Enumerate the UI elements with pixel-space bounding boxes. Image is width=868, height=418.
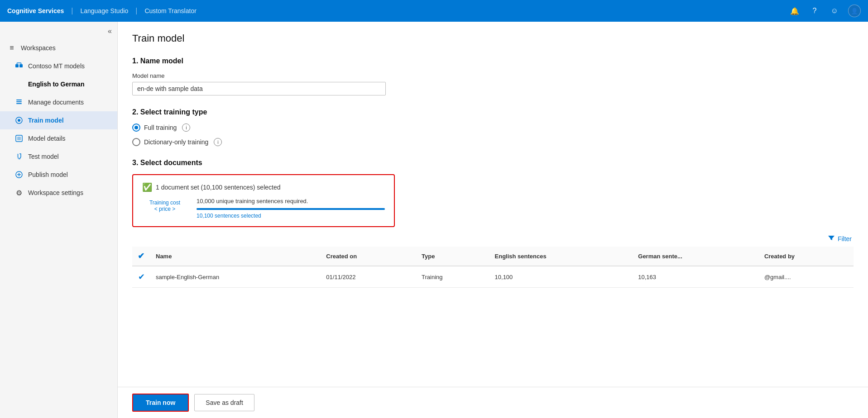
selection-summary-box: ✅ 1 document set (10,100 sentences) sele… xyxy=(132,174,395,227)
sidebar-item-label: Model details xyxy=(28,135,66,142)
topbar-sep2: | xyxy=(135,7,137,15)
dictionary-only-info-icon[interactable]: i xyxy=(214,138,222,146)
topbar-language-studio[interactable]: Language Studio xyxy=(80,7,128,14)
train-model-icon xyxy=(14,116,24,125)
sidebar-item-label: Workspaces xyxy=(21,44,56,52)
sidebar-item-model-details[interactable]: Model details xyxy=(0,129,117,147)
radio-dictionary-only[interactable]: Dictionary-only training i xyxy=(132,138,854,146)
cost-label: Training cost < price > xyxy=(142,198,187,212)
col-created-by: Created by xyxy=(759,247,854,266)
sidebar-item-contoso-mt-models[interactable]: Contoso MT models xyxy=(0,57,117,75)
col-german-sentences: German sente... xyxy=(633,247,759,266)
sidebar-item-manage-documents[interactable]: Manage documents xyxy=(0,93,117,111)
svg-rect-5 xyxy=(16,100,22,100)
sidebar: « ≡ Workspaces Contoso MT models English… xyxy=(0,22,118,418)
sidebar-item-publish-model[interactable]: Publish model xyxy=(0,166,117,184)
documents-table: ✔ Name Created on Type English sentences… xyxy=(132,247,854,288)
footer-bar: Train now Save as draft xyxy=(118,387,868,418)
user-avatar[interactable]: 👤 xyxy=(848,5,861,17)
row-english-sentences: 10,100 xyxy=(489,266,633,288)
svg-rect-11 xyxy=(17,137,21,140)
selection-summary-text: 1 document set (10,100 sentences) select… xyxy=(156,184,281,191)
filter-row: Filter xyxy=(132,234,854,243)
training-cost-sub: < price > xyxy=(142,206,187,212)
sidebar-item-train-model[interactable]: Train model xyxy=(0,111,117,129)
section2-heading: 2. Select training type xyxy=(132,108,854,116)
svg-point-9 xyxy=(18,119,20,122)
row-german-sentences: 10,163 xyxy=(633,266,759,288)
publish-model-icon xyxy=(14,170,24,179)
english-german-icon xyxy=(14,80,24,89)
header-check-icon: ✔ xyxy=(138,252,144,261)
sidebar-item-label: English to German xyxy=(28,81,84,88)
radio-full-training-circle xyxy=(132,124,140,132)
topbar-sep1: | xyxy=(71,7,73,15)
model-details-icon xyxy=(14,134,24,143)
radio-full-training[interactable]: Full training i xyxy=(132,124,854,132)
row-check-icon: ✔ xyxy=(138,272,145,281)
table-header-row: ✔ Name Created on Type English sentences… xyxy=(132,247,854,266)
col-type: Type xyxy=(416,247,489,266)
model-name-input[interactable] xyxy=(132,82,386,95)
help-icon[interactable]: ? xyxy=(808,5,821,17)
progress-track xyxy=(197,208,385,210)
sidebar-item-workspace-settings[interactable]: ⚙ Workspace settings xyxy=(0,184,117,202)
contoso-models-icon xyxy=(14,62,24,71)
full-training-info-icon[interactable]: i xyxy=(182,124,190,132)
row-created-on: 01/11/2022 xyxy=(321,266,416,288)
svg-rect-6 xyxy=(16,101,22,102)
sidebar-item-label: Manage documents xyxy=(28,99,84,106)
radio-dictionary-only-circle xyxy=(132,138,140,146)
col-name: Name xyxy=(150,247,321,266)
sidebar-item-label: Test model xyxy=(28,153,59,160)
sidebar-collapse-area: « xyxy=(0,25,117,39)
sidebar-item-label: Train model xyxy=(28,117,64,124)
workspace-settings-icon: ⚙ xyxy=(14,188,24,197)
table-row: ✔ sample-English-German 01/11/2022 Train… xyxy=(132,266,854,288)
test-model-icon xyxy=(14,152,24,161)
svg-rect-0 xyxy=(15,64,19,67)
cost-row: Training cost < price > 10,000 unique tr… xyxy=(142,198,385,219)
main-content: Train model 1. Name model Model name 2. … xyxy=(118,22,868,418)
selection-header: ✅ 1 document set (10,100 sentences) sele… xyxy=(142,182,385,192)
radio-dictionary-only-label: Dictionary-only training xyxy=(144,138,208,146)
section-select-documents: 3. Select documents ✅ 1 document set (10… xyxy=(132,159,854,288)
svg-rect-1 xyxy=(19,64,23,67)
layout: « ≡ Workspaces Contoso MT models English… xyxy=(0,22,868,418)
filter-button[interactable]: Filter xyxy=(828,234,852,243)
row-type: Training xyxy=(416,266,489,288)
documents-table-wrapper: ✔ Name Created on Type English sentences… xyxy=(132,247,854,288)
save-as-draft-button[interactable]: Save as draft xyxy=(194,394,254,411)
sidebar-item-english-to-german[interactable]: English to German xyxy=(0,75,117,93)
sidebar-item-test-model[interactable]: Test model xyxy=(0,147,117,166)
sidebar-item-label: Contoso MT models xyxy=(28,62,85,70)
col-created-on: Created on xyxy=(321,247,416,266)
col-english-sentences: English sentences xyxy=(489,247,633,266)
topbar-right: 🔔 ? ☺ 👤 xyxy=(788,5,861,17)
notification-icon[interactable]: 🔔 xyxy=(788,5,801,17)
page-title: Train model xyxy=(132,33,854,44)
progress-fill xyxy=(197,208,385,210)
sidebar-collapse-button[interactable]: « xyxy=(108,27,112,35)
sentences-selected-label: 10,100 sentences selected xyxy=(197,213,385,219)
cost-requirement: 10,000 unique training sentences require… xyxy=(197,198,385,204)
topbar: Cognitive Services | Language Studio | C… xyxy=(0,0,868,22)
sidebar-item-label: Publish model xyxy=(28,171,68,178)
training-cost-text: Training cost xyxy=(142,200,187,206)
feedback-icon[interactable]: ☺ xyxy=(828,5,841,17)
sidebar-item-workspaces[interactable]: ≡ Workspaces xyxy=(0,39,117,57)
col-checkbox: ✔ xyxy=(132,247,150,266)
topbar-brand: Cognitive Services xyxy=(7,7,64,14)
radio-full-training-label: Full training xyxy=(144,124,177,131)
row-name: sample-English-German xyxy=(150,266,321,288)
train-now-button[interactable]: Train now xyxy=(132,394,189,412)
row-checkbox[interactable]: ✔ xyxy=(132,266,150,288)
sidebar-item-label: Workspace settings xyxy=(28,189,83,196)
topbar-custom-translator[interactable]: Custom Translator xyxy=(144,7,196,14)
cost-detail: 10,000 unique training sentences require… xyxy=(197,198,385,219)
section-name-model: 1. Name model Model name xyxy=(132,57,854,95)
model-name-label: Model name xyxy=(132,72,854,79)
manage-docs-icon xyxy=(14,98,24,107)
section3-heading: 3. Select documents xyxy=(132,159,854,167)
section-training-type: 2. Select training type Full training i … xyxy=(132,108,854,146)
